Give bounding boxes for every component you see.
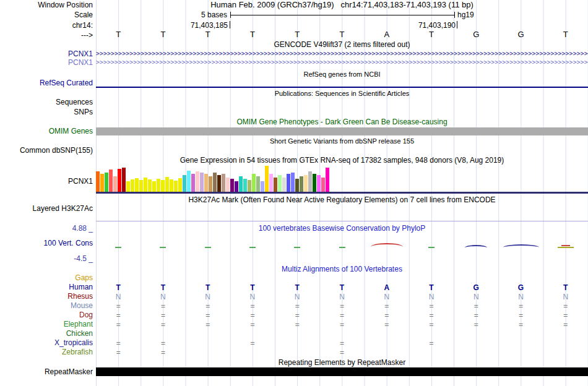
omim-genes-bar[interactable]	[96, 127, 588, 135]
gtex-bar[interactable]	[291, 173, 295, 192]
gtex-bar[interactable]	[100, 174, 104, 192]
multiz-cell: =	[454, 311, 498, 320]
multiz-cell: N	[365, 293, 409, 301]
conservation-track-label[interactable]: 100 Vert. Cons	[0, 239, 93, 247]
gtex-bar[interactable]	[161, 180, 165, 192]
gtex-bar[interactable]	[226, 178, 230, 192]
multiz-species-label-chicken[interactable]: Chicken	[0, 330, 93, 338]
multiz-row-x_tropicalis[interactable]: =====	[96, 339, 588, 348]
cons-mark-dash-green	[205, 247, 211, 248]
gtex-bar[interactable]	[148, 179, 152, 192]
gtex-bar[interactable]	[105, 173, 108, 192]
snps-track-label[interactable]: SNPs	[0, 108, 93, 116]
gtex-bar[interactable]	[235, 181, 238, 192]
gtex-bar[interactable]	[248, 180, 251, 192]
gtex-bar[interactable]	[118, 169, 121, 192]
gtex-bar[interactable]	[313, 174, 316, 192]
omim-genes-label[interactable]: OMIM Genes	[0, 127, 93, 135]
gtex-gene-label[interactable]: PCNX1	[0, 178, 93, 186]
multiz-cell	[365, 339, 409, 348]
gtex-bar[interactable]	[317, 175, 321, 192]
gtex-bar[interactable]	[213, 173, 217, 192]
gtex-bar[interactable]	[183, 175, 186, 192]
gtex-bar[interactable]	[196, 171, 199, 192]
gtex-bar[interactable]	[204, 174, 208, 192]
gtex-bar[interactable]	[135, 178, 139, 192]
gencode-gene-label-pcnx1-1[interactable]: PCNX1	[0, 50, 93, 58]
cons-mark-dash-green	[249, 247, 256, 248]
gtex-bar[interactable]	[152, 181, 156, 192]
gencode-gene-label-pcnx1-2[interactable]: PCNX1	[0, 59, 93, 67]
multiz-species-label-zebrafish[interactable]: Zebrafish	[0, 348, 93, 356]
gtex-bar[interactable]	[113, 176, 117, 192]
gtex-bar[interactable]	[239, 176, 243, 192]
gencode-gene-model-pcnx1-2[interactable]: >>>>>>>>>>>>>>>>>>>>>>>>>>>>>>>>>>>>>>>>…	[96, 59, 588, 66]
sequences-track-label[interactable]: Sequences	[0, 98, 93, 106]
multiz-row-zebrafish[interactable]: ===	[96, 348, 588, 357]
h3k27ac-track-label[interactable]: Layered H3K27Ac	[0, 205, 93, 213]
multiz-species-label-rhesus[interactable]: Rhesus	[0, 293, 93, 301]
multiz-species-label-mouse[interactable]: Mouse	[0, 302, 93, 310]
gtex-bar[interactable]	[269, 174, 273, 192]
dbsnp-track-label[interactable]: Common dbSNP(155)	[0, 147, 93, 155]
gtex-bar[interactable]	[96, 171, 100, 192]
gtex-bar[interactable]	[304, 175, 308, 192]
multiz-species-label-gaps[interactable]: Gaps	[0, 274, 93, 282]
gtex-bar[interactable]	[200, 173, 204, 192]
gtex-bar[interactable]	[187, 171, 191, 192]
gtex-gene-line[interactable]	[96, 192, 588, 194]
multiz-cell	[186, 348, 230, 357]
multiz-row-mouse[interactable]: ===========	[96, 302, 588, 311]
gtex-bar[interactable]	[274, 178, 277, 192]
gtex-bar[interactable]	[122, 168, 126, 192]
gtex-bar[interactable]	[243, 179, 247, 192]
multiz-species-label-x_tropicalis[interactable]: X_tropicalis	[0, 339, 93, 347]
multiz-species-label-elephant[interactable]: Elephant	[0, 320, 93, 328]
multiz-cell: =	[543, 311, 588, 320]
multiz-row-rhesus[interactable]: NNNNNNNNNNN	[96, 293, 588, 301]
gtex-bar[interactable]	[170, 179, 173, 192]
gtex-bar[interactable]	[126, 181, 130, 192]
gtex-bar[interactable]	[209, 176, 212, 192]
gtex-bar[interactable]	[222, 174, 225, 192]
conservation-wiggle-track[interactable]	[96, 243, 588, 252]
gtex-bar[interactable]	[144, 178, 147, 192]
gtex-bar[interactable]	[252, 174, 256, 192]
refseq-gene-line[interactable]	[96, 87, 588, 88]
repeatmasker-track-title: Repeating Elements by RepeatMasker	[96, 359, 588, 367]
gtex-bar[interactable]	[191, 174, 195, 192]
gtex-bar[interactable]	[217, 175, 221, 192]
repeatmasker-bar[interactable]	[96, 367, 588, 376]
repeatmasker-track-label[interactable]: RepeatMasker	[0, 368, 93, 376]
gtex-bar[interactable]	[174, 181, 178, 192]
base-ruler: TTTTTTATGGT	[96, 30, 588, 39]
gtex-expression-bars[interactable]	[96, 166, 329, 192]
gtex-bar[interactable]	[295, 179, 299, 192]
multiz-species-label-human[interactable]: Human	[0, 283, 93, 291]
h3k27ac-signal-line[interactable]	[96, 221, 588, 221]
refseq-curated-label[interactable]: RefSeq Curated	[0, 79, 93, 87]
gtex-bar[interactable]	[300, 176, 303, 192]
multiz-row-elephant[interactable]: ===========	[96, 320, 588, 329]
gtex-bar[interactable]	[261, 181, 264, 192]
gtex-bar[interactable]	[308, 171, 312, 192]
gtex-bar[interactable]	[278, 175, 282, 192]
gtex-bar[interactable]	[131, 179, 134, 192]
gtex-bar[interactable]	[165, 177, 169, 192]
multiz-row-human[interactable]: TTTTTTATGGT	[96, 283, 588, 292]
gtex-bar[interactable]	[256, 176, 260, 192]
gencode-gene-model-pcnx1-1[interactable]: >>>>>>>>>>>>>>>>>>>>>>>>>>>>>>>>>>>>>>>>…	[96, 50, 588, 58]
multiz-row-dog[interactable]: ===========	[96, 311, 588, 320]
gtex-bar[interactable]	[109, 169, 113, 192]
gtex-bar[interactable]	[321, 178, 325, 192]
gtex-bar[interactable]	[265, 166, 269, 192]
gtex-bar[interactable]	[326, 168, 329, 192]
gtex-bar[interactable]	[157, 179, 160, 192]
gtex-bar[interactable]	[282, 178, 286, 192]
gtex-bar[interactable]	[230, 179, 234, 192]
conservation-track-title: 100 vertebrates Basewise Conservation by…	[96, 225, 588, 233]
multiz-species-label-dog[interactable]: Dog	[0, 311, 93, 319]
gtex-bar[interactable]	[139, 180, 143, 192]
gtex-bar[interactable]	[178, 178, 182, 192]
gtex-bar[interactable]	[287, 174, 290, 192]
